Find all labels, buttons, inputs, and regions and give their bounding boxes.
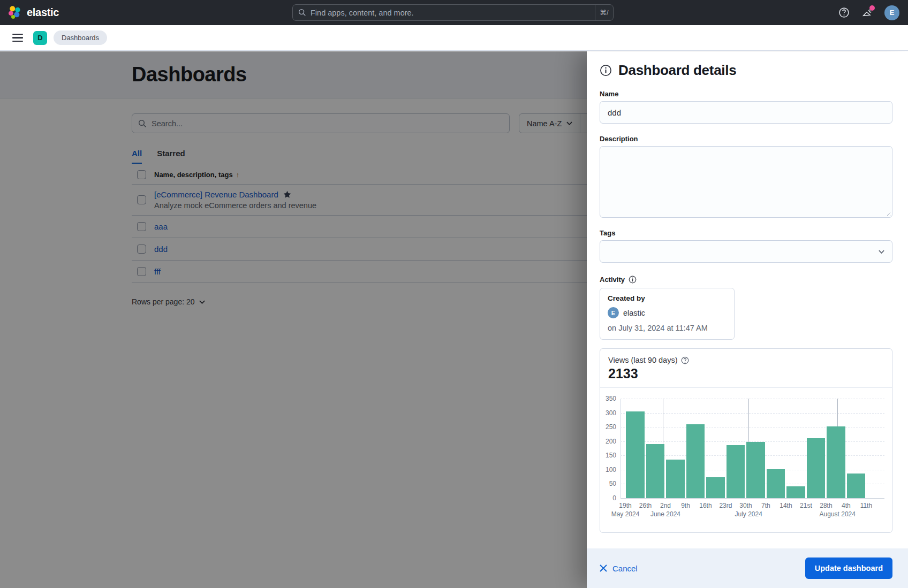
bar xyxy=(727,445,745,498)
elastic-logo[interactable]: elastic xyxy=(7,5,59,20)
x-axis-tick-label: 14th xyxy=(780,502,792,509)
x-axis-tick-label: 2nd xyxy=(660,502,671,509)
bar xyxy=(706,477,724,498)
x-axis-month-label: August 2024 xyxy=(820,510,856,518)
y-axis-tick-label: 250 xyxy=(600,423,616,431)
name-label: Name xyxy=(600,90,892,98)
x-axis-tick-label: 7th xyxy=(761,502,770,509)
activity-label: Activity xyxy=(600,276,625,284)
views-panel: Views (last 90 days) 2133 05010015020025… xyxy=(600,348,892,533)
tags-combobox[interactable] xyxy=(600,240,892,263)
y-axis-tick-label: 350 xyxy=(600,395,616,402)
y-axis-tick-label: 200 xyxy=(600,438,616,445)
x-axis-tick-label: 19th xyxy=(619,502,631,509)
search-icon xyxy=(298,9,306,17)
bar xyxy=(626,411,644,498)
bar xyxy=(767,469,785,498)
creator-name: elastic xyxy=(623,309,645,317)
cancel-button[interactable]: Cancel xyxy=(600,564,638,573)
bar xyxy=(646,444,664,498)
menu-icon[interactable] xyxy=(12,34,23,42)
x-axis-tick-label: 30th xyxy=(739,502,752,509)
created-date: on July 31, 2024 at 11:47 AM xyxy=(608,324,727,332)
bar xyxy=(786,486,805,498)
x-axis-tick-label: 11th xyxy=(860,502,872,509)
views-total: 2133 xyxy=(600,366,892,381)
y-axis-tick-label: 150 xyxy=(600,452,616,459)
flyout-footer: Cancel Update dashboard xyxy=(587,548,908,588)
y-axis-tick-label: 0 xyxy=(600,494,616,502)
x-axis-tick-label: 9th xyxy=(681,502,690,509)
y-axis-tick-label: 50 xyxy=(600,480,616,487)
update-dashboard-button[interactable]: Update dashboard xyxy=(805,558,892,579)
help-icon[interactable] xyxy=(838,7,850,18)
user-avatar[interactable]: E xyxy=(884,5,899,20)
views-bar-chart: 05010015020025030035019th26th2nd9th16th2… xyxy=(600,391,889,528)
logo-wordmark: elastic xyxy=(27,6,59,19)
x-axis-tick-label: 21st xyxy=(800,502,812,509)
y-axis-tick-label: 300 xyxy=(600,409,616,417)
notification-dot xyxy=(869,5,875,11)
breadcrumb[interactable]: Dashboards xyxy=(54,30,107,45)
y-axis-tick-label: 100 xyxy=(600,466,616,474)
created-by-panel: Created by E elastic on July 31, 2024 at… xyxy=(600,288,735,340)
bar xyxy=(847,474,865,498)
gridline xyxy=(621,413,884,414)
x-axis-month-label: May 2024 xyxy=(611,510,640,518)
x-axis-tick-label: 4th xyxy=(842,502,851,509)
x-axis-tick-label: 26th xyxy=(639,502,652,509)
y-axis-line xyxy=(621,399,621,498)
dashboard-details-flyout: Dashboard details Name Description Tags … xyxy=(587,51,908,588)
x-axis-tick-label: 23rd xyxy=(719,502,732,509)
views-title: Views (last 90 days) xyxy=(608,356,677,364)
global-header: elastic ⌘/ E xyxy=(0,0,908,25)
x-axis-tick-label: 28th xyxy=(820,502,832,509)
description-field[interactable] xyxy=(600,146,892,218)
info-icon[interactable] xyxy=(629,276,637,284)
bar xyxy=(666,460,684,498)
name-field[interactable] xyxy=(600,101,892,124)
x-axis-month-label: June 2024 xyxy=(650,510,680,518)
creator-avatar: E xyxy=(608,307,619,318)
gridline xyxy=(621,498,884,499)
info-icon xyxy=(600,64,612,77)
chevron-down-icon xyxy=(879,250,884,254)
bar xyxy=(686,424,705,498)
gridline xyxy=(621,399,884,399)
global-search-input[interactable] xyxy=(311,9,589,17)
global-search[interactable]: ⌘/ xyxy=(292,4,614,21)
keyboard-shortcut-badge: ⌘/ xyxy=(595,5,613,20)
breadcrumb-bar: D Dashboards xyxy=(0,25,908,51)
bar xyxy=(746,442,765,498)
question-icon[interactable] xyxy=(681,356,689,364)
space-avatar[interactable]: D xyxy=(33,31,47,45)
description-label: Description xyxy=(600,135,892,143)
bar xyxy=(827,426,845,498)
news-feed-icon[interactable] xyxy=(861,7,873,18)
elastic-logo-icon xyxy=(7,5,22,20)
close-icon xyxy=(600,564,607,572)
x-axis-month-label: July 2024 xyxy=(735,510,762,518)
flyout-title: Dashboard details xyxy=(618,62,736,79)
x-axis-tick-label: 16th xyxy=(699,502,712,509)
created-by-title: Created by xyxy=(608,294,727,302)
tags-label: Tags xyxy=(600,229,892,237)
bar xyxy=(807,438,825,498)
